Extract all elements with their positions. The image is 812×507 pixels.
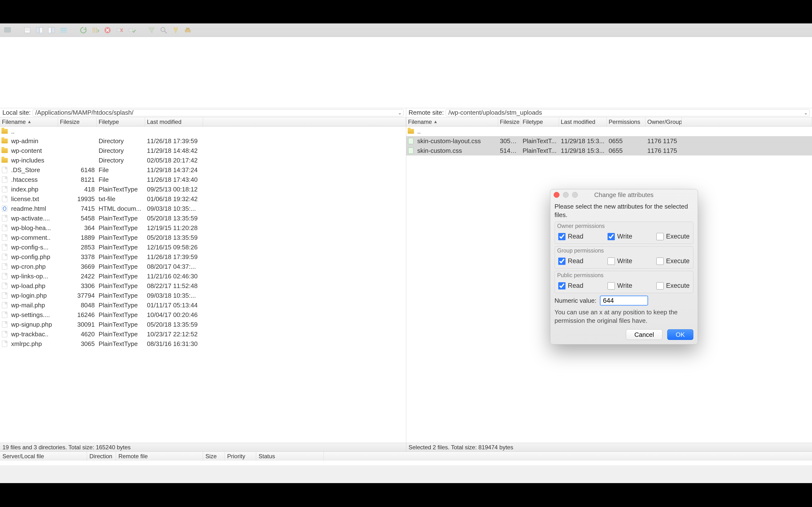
cancel-icon[interactable]	[102, 25, 113, 35]
remote-path-combo[interactable]: /wp-content/uploads/stm_uploads ⌄	[446, 109, 810, 116]
table-row[interactable]: wp-activate....5458PlainTextType05/20/18…	[0, 213, 406, 223]
tcol-size[interactable]: Size	[203, 452, 225, 461]
col-filesize[interactable]: Filesize	[58, 117, 97, 126]
table-row[interactable]: wp-settings....16246PlainTextType10/04/1…	[0, 310, 406, 320]
table-row[interactable]: wp-comment..1889PlainTextType05/20/18 13…	[0, 233, 406, 242]
table-row[interactable]: wp-includesDirectory02/05/18 20:17:42	[0, 156, 406, 165]
table-row[interactable]: ..	[406, 126, 812, 136]
process-queue-icon[interactable]	[90, 25, 101, 35]
change-file-attributes-dialog: Change file attributes Please select the…	[550, 189, 698, 344]
refresh-icon[interactable]	[78, 25, 89, 35]
reconnect-icon[interactable]	[126, 25, 137, 35]
cell-lastmodified: 05/20/18 13:35:59	[145, 215, 203, 222]
local-column-headers[interactable]: Filename▲ Filesize Filetype Last modifie…	[0, 117, 406, 126]
col-ownergroup[interactable]: Owner/Group	[646, 117, 682, 126]
owner-write-checkbox[interactable]: Write	[608, 233, 632, 240]
public-execute-checkbox[interactable]: Execute	[656, 282, 690, 289]
table-row[interactable]: xmlrpc.php3065PlainTextType08/31/16 16:3…	[0, 339, 406, 349]
public-write-checkbox[interactable]: Write	[608, 282, 632, 289]
svg-point-18	[161, 27, 165, 32]
group-write-checkbox[interactable]: Write	[608, 258, 632, 265]
table-row[interactable]: wp-config.php3378PlainTextType11/26/18 1…	[0, 252, 406, 262]
tcol-serverlocal[interactable]: Server/Local file	[0, 452, 87, 461]
remote-column-headers[interactable]: Filename▲ Filesize Filetype Last modifie…	[406, 117, 812, 126]
cell-filetype: PlainTextType	[97, 215, 145, 222]
file-icon	[2, 302, 7, 308]
close-icon[interactable]	[554, 192, 559, 198]
remote-site-label: Remote site:	[409, 109, 444, 116]
cell-lastmodified: 01/11/17 05:13:44	[145, 301, 203, 309]
public-permissions-group: Public permissions Read Write Execute	[555, 271, 693, 293]
col-filetype[interactable]: Filetype	[521, 117, 559, 126]
numeric-value-input[interactable]	[600, 295, 648, 306]
table-row[interactable]: wp-adminDirectory11/26/18 17:39:59	[0, 136, 406, 146]
col-filename[interactable]: Filename▲	[0, 117, 58, 126]
local-path-combo[interactable]: /Applications/MAMP/htdocs/splash/ ⌄	[33, 109, 403, 116]
table-row[interactable]: readme.html7415HTML docum...09/03/18 10:…	[0, 204, 406, 213]
col-filename[interactable]: Filename▲	[406, 117, 498, 126]
table-row[interactable]: ..	[0, 126, 406, 136]
sitemanager-icon[interactable]	[2, 25, 12, 35]
search-icon[interactable]	[158, 25, 169, 35]
ok-button[interactable]: OK	[667, 329, 693, 340]
table-row[interactable]: wp-load.php3306PlainTextType08/22/17 11:…	[0, 281, 406, 291]
col-filesize[interactable]: Filesize	[498, 117, 521, 126]
tcol-status[interactable]: Status	[256, 452, 324, 461]
compare-icon[interactable]	[170, 25, 181, 35]
table-row[interactable]: wp-contentDirectory11/29/18 14:48:42	[0, 146, 406, 156]
table-row[interactable]: wp-login.php37794PlainTextType09/03/18 1…	[0, 291, 406, 300]
transfer-queue-headers[interactable]: Server/Local file Direction Remote file …	[0, 451, 812, 461]
table-row[interactable]: wp-blog-hea...364PlainTextType12/19/15 1…	[0, 223, 406, 233]
owner-execute-checkbox[interactable]: Execute	[656, 233, 690, 240]
svg-rect-7	[52, 27, 54, 33]
table-row[interactable]: wp-mail.php8048PlainTextType01/11/17 05:…	[0, 300, 406, 310]
local-panel: Local site: /Applications/MAMP/htdocs/sp…	[0, 108, 406, 451]
toolbar	[0, 23, 812, 37]
group-read-checkbox[interactable]: Read	[558, 258, 583, 265]
table-row[interactable]: wp-trackbac..4620PlainTextType10/23/17 2…	[0, 329, 406, 339]
toggle-log-icon[interactable]	[22, 25, 33, 35]
tcol-remotefile[interactable]: Remote file	[116, 452, 203, 461]
cell-lastmodified: 02/05/18 20:17:42	[145, 157, 203, 164]
group-label: Public permissions	[555, 271, 693, 280]
tcol-priority[interactable]: Priority	[225, 452, 256, 461]
svg-rect-10	[60, 32, 67, 33]
cell-filename: wp-comment..	[9, 234, 58, 241]
table-row[interactable]: license.txt19935txt-file01/06/18 19:32:4…	[0, 194, 406, 204]
table-row[interactable]: skin-custom-layout.css305067PlainTextT..…	[406, 136, 812, 146]
toggle-queue-icon[interactable]	[58, 25, 69, 35]
table-row[interactable]: wp-config-s...2853PlainTextType12/16/15 …	[0, 242, 406, 252]
table-row[interactable]: wp-signup.php30091PlainTextType05/20/18 …	[0, 320, 406, 329]
folder-icon	[1, 158, 8, 163]
public-read-checkbox[interactable]: Read	[558, 282, 583, 289]
disconnect-icon[interactable]	[114, 25, 125, 35]
local-file-list[interactable]: ..wp-adminDirectory11/26/18 17:39:59wp-c…	[0, 126, 406, 443]
col-lastmodified[interactable]: Last modified	[145, 117, 203, 126]
table-row[interactable]: .DS_Store6148File11/29/18 14:37:24	[0, 165, 406, 175]
cell-filename: wp-load.php	[9, 282, 58, 290]
col-permissions[interactable]: Permissions	[607, 117, 646, 126]
table-row[interactable]: index.php418PlainTextType09/25/13 00:18:…	[0, 184, 406, 194]
cell-lastmodified: 09/03/18 10:35:...	[145, 292, 203, 299]
table-row[interactable]: skin-custom.css514407PlainTextT...11/29/…	[406, 146, 812, 156]
cell-filetype: PlainTextType	[97, 234, 145, 241]
binoculars-icon[interactable]	[183, 25, 193, 35]
table-row[interactable]: .htaccess8121File11/26/18 17:43:40	[0, 175, 406, 184]
numeric-value-label: Numeric value:	[555, 297, 597, 304]
remote-panel: Remote site: /wp-content/uploads/stm_upl…	[406, 108, 812, 451]
minimize-icon	[563, 192, 569, 198]
local-status: 19 files and 3 directories. Total size: …	[0, 443, 406, 451]
col-filetype[interactable]: Filetype	[97, 117, 145, 126]
col-lastmodified[interactable]: Last modified	[559, 117, 607, 126]
dialog-titlebar[interactable]: Change file attributes	[550, 189, 698, 201]
toggle-remote-tree-icon[interactable]	[46, 25, 57, 35]
table-row[interactable]: wp-links-op...2422PlainTextType11/21/16 …	[0, 271, 406, 281]
cell-filetype: Directory	[97, 147, 145, 155]
cancel-button[interactable]: Cancel	[626, 329, 662, 340]
tcol-direction[interactable]: Direction	[87, 452, 116, 461]
table-row[interactable]: wp-cron.php3669PlainTextType08/20/17 04:…	[0, 262, 406, 271]
owner-read-checkbox[interactable]: Read	[558, 233, 583, 240]
filter-icon[interactable]	[146, 25, 157, 35]
group-execute-checkbox[interactable]: Execute	[656, 258, 690, 265]
toggle-local-tree-icon[interactable]	[34, 25, 45, 35]
